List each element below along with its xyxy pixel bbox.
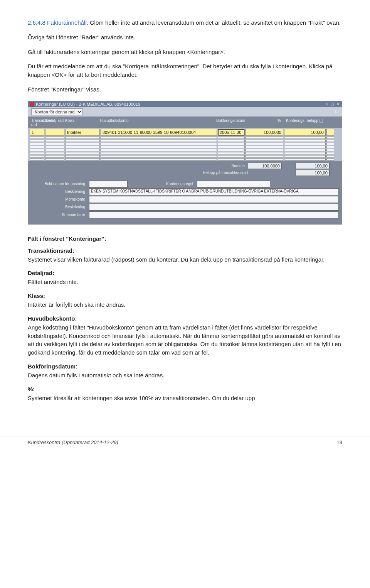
- value-belopp-transaktionsrad: 100,00: [296, 170, 330, 176]
- sub-transaktionsrad: Transaktionsrad:: [28, 247, 342, 254]
- col-huvudbokskonto: Huvudbokskonto: [100, 118, 216, 127]
- paragraph-intro-1-text: . Glöm heller inte att ändra leveransdat…: [87, 19, 341, 26]
- table-row[interactable]: [28, 152, 342, 155]
- sub-bokforingsdatum: Bokföringsdatum:: [28, 363, 342, 370]
- text-huvudbokskonto: Ange kodsträng i fältet "Huvudbokskonto"…: [28, 323, 342, 357]
- detail-panel: Bokf.datum för postning Konteringsregel …: [28, 178, 342, 224]
- cell-trailing[interactable]: [326, 129, 334, 136]
- cell-detalj[interactable]: [45, 129, 64, 136]
- footer-page-number: 19: [337, 439, 342, 445]
- cell-huvudbokskonto[interactable]: 809401-311000-11-80000-3599-10-809401000…: [101, 129, 217, 136]
- cell-klass[interactable]: Intäkter: [65, 129, 100, 136]
- label-beskrivning2: Beskrivning: [31, 205, 87, 209]
- label-belopp-transaktionsrad: Belopp på transaktionsrad: [203, 171, 250, 175]
- window-titlebar: Konteringar (LU OU) - B-K MEDICAL AB, 80…: [28, 101, 342, 107]
- window-controls[interactable]: ≤ ▢ ✕: [326, 102, 340, 106]
- col-konteringsbelopp: Konterings- belopp [ ]: [281, 118, 323, 127]
- section-link[interactable]: 2.6.4.8 Fakturainnehåll: [28, 19, 87, 26]
- value-summa-belopp: 100,00: [296, 163, 330, 169]
- toolbar-row: Konton för denna rad ☑: [28, 107, 342, 117]
- table-row[interactable]: [28, 158, 342, 161]
- field-beskrivning2[interactable]: [89, 204, 339, 211]
- field-bokfdatum-postning[interactable]: [89, 181, 128, 188]
- col-bokforingsdatum: Bokföringsdatum: [216, 118, 243, 127]
- grid-summary: Summa 100,0000 100,00 Belopp på transakt…: [28, 161, 342, 178]
- page-footer: Kundreskontra (Uppdaterad 2014-12-29) 19: [0, 436, 370, 453]
- table-row[interactable]: [28, 155, 342, 158]
- grid-body: 1 Intäkter 809401-311000-11-80000-3599-1…: [28, 128, 342, 161]
- text-detaljrad: Fältet används inte.: [28, 278, 342, 286]
- label-momskonto: Momskonto: [31, 197, 87, 201]
- label-konteringsregel: Konteringsregel: [153, 182, 195, 186]
- label-kommentarer: Kommentarer: [31, 213, 87, 217]
- cell-procent[interactable]: 100,0000: [246, 129, 283, 136]
- label-summa: Summa: [232, 164, 247, 168]
- konton-dropdown[interactable]: Konton för denna rad: [31, 108, 83, 115]
- text-klass: Intäkter är förifyllt och ska inte ändra…: [28, 301, 342, 309]
- fields-heading: Fält i fönstret "Konteringar":: [28, 235, 342, 242]
- footer-doc-title: Kundreskontra (Uppdaterad 2014-12-29): [28, 439, 118, 445]
- sub-detaljrad: Detaljrad:: [28, 270, 342, 276]
- col-transaktionsrad: Transaktions rad: [31, 118, 46, 127]
- cell-trad[interactable]: 1: [30, 129, 44, 136]
- table-row[interactable]: 1 Intäkter 809401-311000-11-80000-3599-1…: [28, 128, 342, 136]
- paragraph-intro-3: Gå till fakturaradens konteringar genom …: [28, 48, 342, 56]
- col-detaljrad: Detalj- rad: [46, 118, 65, 127]
- cell-bokforingsdatum[interactable]: 2005-11-30: [218, 129, 245, 136]
- text-procent: Systemet föreslår att konteringen ska av…: [28, 394, 342, 402]
- paragraph-intro-1: 2.6.4.8 Fakturainnehåll. Glöm heller int…: [28, 19, 342, 27]
- toolbar-checkbox[interactable]: ☑: [335, 109, 339, 114]
- text-bokforingsdatum: Dagens datum fylls i automatiskt och ska…: [28, 371, 342, 380]
- table-row[interactable]: [28, 139, 342, 142]
- paragraph-intro-5: Fönstret "Konteringar" visas.: [28, 85, 342, 94]
- app-icon: [30, 102, 34, 106]
- field-beskrivning[interactable]: EKEN SYSTEM KOSTNADSSTÄLL-I TIDSKRIFTER …: [89, 188, 339, 195]
- sub-klass: Klass:: [28, 292, 342, 299]
- table-row[interactable]: [28, 149, 342, 152]
- field-konteringsregel[interactable]: [197, 181, 270, 188]
- label-beskrivning: Beskrivning: [31, 189, 87, 194]
- table-row[interactable]: [28, 136, 342, 139]
- table-row[interactable]: [28, 145, 342, 149]
- label-bokfdatum-postning: Bokf.datum för postning: [31, 182, 87, 186]
- field-momskonto[interactable]: [89, 196, 339, 203]
- konteringar-window: Konteringar (LU OU) - B-K MEDICAL AB, 80…: [28, 101, 342, 225]
- text-transaktionsrad: Systemet visar vilken fakturarad (radpos…: [28, 255, 342, 264]
- value-summa-pct: 100,0000: [248, 163, 282, 169]
- paragraph-intro-4: Du får ett meddelande om att du ska "Kor…: [28, 62, 342, 79]
- field-kommentarer[interactable]: [89, 211, 339, 218]
- sub-huvudbokskonto: Huvudbokskonto:: [28, 315, 342, 322]
- window-title: Konteringar (LU OU) - B-K MEDICAL AB, 80…: [36, 102, 140, 106]
- cell-belopp[interactable]: 100,00: [284, 129, 326, 136]
- grid-header: Transaktions rad Detalj- rad Klass Huvud…: [28, 117, 342, 128]
- col-procent: %: [243, 118, 281, 127]
- sub-procent: %:: [28, 386, 342, 392]
- col-klass: Klass: [65, 118, 100, 127]
- paragraph-intro-2: Övriga fält i fönstret "Rader" används i…: [28, 33, 342, 42]
- table-row[interactable]: [28, 142, 342, 145]
